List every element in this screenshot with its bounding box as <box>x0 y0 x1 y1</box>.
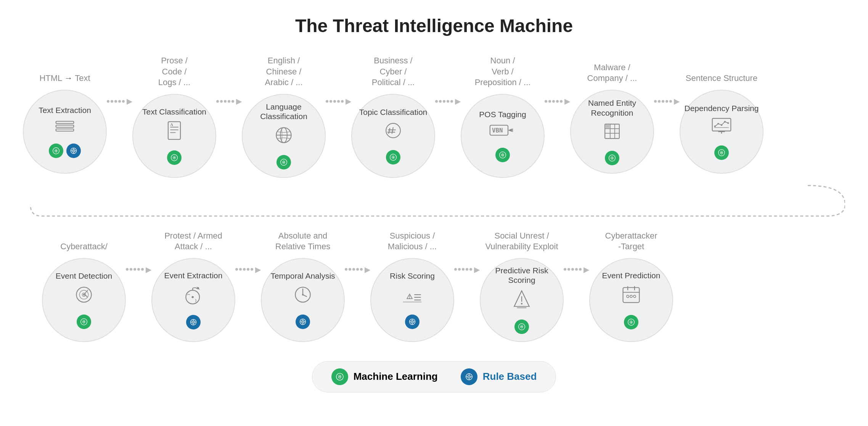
node-label-risk-scoring: Suspicious /Malicious / ... <box>388 224 437 258</box>
svg-point-53 <box>721 152 722 153</box>
node-label-event-prediction: Cyberattacker-Target <box>605 224 657 258</box>
ml-badge <box>49 144 63 158</box>
node-text-classification: Prose /Code /Logs / ... Text Classificat… <box>132 55 216 178</box>
node-icon-language-classification <box>274 126 293 148</box>
svg-point-86 <box>409 297 410 299</box>
node-label-language-classification: English /Chinese /Arabic / ... <box>265 55 302 94</box>
svg-text:VBN: VBN <box>492 127 503 134</box>
node-name-text-classification: Text Classification <box>138 107 210 116</box>
node-icon-text-classification: A <box>166 121 183 144</box>
connector: ▶ <box>107 55 132 106</box>
node-badges-named-entity <box>605 151 619 165</box>
node-circle-event-extraction[interactable]: Event Extraction <box>151 258 235 342</box>
node-event-extraction: Protest / ArmedAttack / ... Event Extrac… <box>151 224 235 342</box>
svg-point-46 <box>717 123 719 124</box>
svg-point-100 <box>521 303 522 305</box>
ml-badge <box>514 320 529 334</box>
pipeline-diagram: HTML → Text Text Extraction <box>23 55 845 342</box>
svg-point-76 <box>302 294 304 295</box>
svg-point-93 <box>412 321 413 323</box>
svg-point-23 <box>283 162 284 163</box>
page-title: The Threat Intelligence Machine <box>295 15 573 36</box>
connector: ▶ <box>454 224 480 274</box>
node-icon-predictive-risk-scoring <box>512 289 531 313</box>
svg-point-60 <box>83 321 84 322</box>
node-circle-risk-scoring[interactable]: Risk Scoring <box>370 258 454 342</box>
node-circle-predictive-risk-scoring[interactable]: Predictive Risk Scoring <box>480 258 564 342</box>
svg-point-109 <box>630 295 632 297</box>
svg-point-49 <box>727 122 729 124</box>
ml-badge <box>167 150 182 165</box>
legend-ml-badge <box>331 368 348 385</box>
node-circle-text-classification[interactable]: Text Classification A <box>132 94 216 178</box>
connector: ▶ <box>126 224 151 274</box>
node-badges-text-classification <box>167 150 182 165</box>
node-text-extraction: HTML → Text Text Extraction <box>23 55 107 174</box>
svg-point-112 <box>630 321 632 323</box>
node-circle-event-detection[interactable]: Event Detection <box>42 258 126 342</box>
svg-point-79 <box>302 321 304 323</box>
node-icon-named-entity <box>603 122 621 144</box>
node-circle-topic-classification[interactable]: Topic Classification <box>351 94 435 178</box>
svg-point-4 <box>55 150 56 151</box>
node-name-pos-tagging: POS Tagging <box>475 110 530 119</box>
svg-point-18 <box>174 157 175 158</box>
legend-ml: Machine Learning <box>331 368 438 385</box>
node-circle-named-entity[interactable]: Named Entity Recognition <box>570 90 654 174</box>
svg-line-25 <box>389 128 390 134</box>
node-topic-classification: Business /Cyber /Political / ... Topic C… <box>351 55 435 178</box>
svg-point-110 <box>633 295 636 297</box>
svg-point-7 <box>73 150 74 152</box>
node-name-event-extraction: Event Extraction <box>161 271 227 280</box>
svg-rect-2 <box>56 129 74 131</box>
node-circle-language-classification[interactable]: Language Classification <box>242 94 326 178</box>
svg-point-42 <box>611 157 612 158</box>
node-temporal-analysis: Absolute andRelative Times Temporal Anal… <box>261 224 345 342</box>
node-icon-topic-classification <box>384 121 402 143</box>
node-event-detection: Cyberattack/ Event Detection <box>42 224 126 342</box>
node-predictive-risk-scoring: Social Unrest /Vulnerability Exploit Pre… <box>480 224 564 342</box>
ml-badge <box>605 151 619 165</box>
legend-rb-badge <box>461 368 477 385</box>
node-name-named-entity: Named Entity Recognition <box>571 98 653 117</box>
svg-rect-40 <box>606 125 609 128</box>
node-badges-event-prediction <box>624 315 638 329</box>
node-circle-text-extraction[interactable]: Text Extraction <box>23 90 107 174</box>
svg-rect-0 <box>56 121 74 124</box>
ml-badge <box>714 145 729 160</box>
node-name-temporal-analysis: Temporal Analysis <box>267 271 339 281</box>
node-icon-event-prediction <box>622 285 641 308</box>
ml-badge <box>276 155 291 169</box>
node-badges-text-extraction <box>49 144 81 158</box>
legend-rb: Rule Based <box>461 368 537 385</box>
node-badges-language-classification <box>276 155 291 169</box>
node-circle-event-prediction[interactable]: Event Prediction <box>589 258 673 342</box>
row1: HTML → Text Text Extraction <box>23 55 845 178</box>
svg-rect-1 <box>56 125 74 127</box>
node-label-named-entity: Malware /Company / ... <box>587 55 637 90</box>
node-label-pos-tagging: Noun /Verb /Preposition / ... <box>475 55 531 94</box>
node-name-topic-classification: Topic Classification <box>355 107 431 117</box>
node-circle-temporal-analysis[interactable]: Temporal Analysis <box>261 258 345 342</box>
node-name-event-prediction: Event Prediction <box>598 271 664 280</box>
svg-line-26 <box>392 127 393 134</box>
svg-point-62 <box>192 296 194 298</box>
node-icon-risk-scoring <box>402 285 422 308</box>
node-badges-pos-tagging <box>495 148 510 162</box>
svg-point-45 <box>714 126 716 127</box>
rb-badge <box>186 315 201 329</box>
connector: ▶ <box>345 224 370 274</box>
node-circle-pos-tagging[interactable]: POS Tagging VBN <box>461 94 545 178</box>
node-badges-event-extraction <box>186 315 201 329</box>
svg-point-108 <box>627 295 629 297</box>
node-name-text-extraction: Text Extraction <box>35 105 95 115</box>
node-icon-temporal-analysis <box>293 285 312 308</box>
svg-point-34 <box>502 154 503 155</box>
node-dependency-parsing: Sentence Structure Dependency Parsing <box>680 55 764 174</box>
rb-badge <box>296 315 310 329</box>
node-name-event-detection: Event Detection <box>52 271 116 281</box>
node-circle-dependency-parsing[interactable]: Dependency Parsing <box>680 90 764 174</box>
node-icon-event-detection <box>74 285 93 308</box>
svg-point-117 <box>468 376 469 377</box>
legend: Machine Learning Rule Based <box>312 361 556 392</box>
